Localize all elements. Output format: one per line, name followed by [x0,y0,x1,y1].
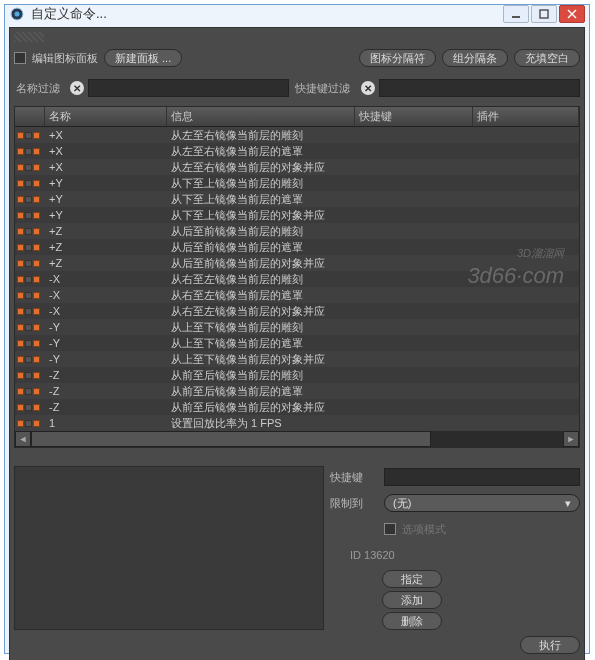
row-icon [33,276,40,283]
titlebar[interactable]: 自定义命令... [5,5,589,23]
row-icon [25,388,32,395]
shortcut-filter-input[interactable] [379,79,580,97]
col-shortcut[interactable]: 快捷键 [355,107,473,126]
row-icon [17,148,24,155]
table-row[interactable]: -Y从上至下镜像当前层的遮罩 [15,335,579,351]
fill-blank-button[interactable]: 充填空白 [514,49,580,67]
table-row[interactable]: 1设置回放比率为 1 FPS [15,415,579,431]
col-info[interactable]: 信息 [167,107,355,126]
table-row[interactable]: -X从右至左镜像当前层的雕刻 [15,271,579,287]
row-icon [33,196,40,203]
detail-shortcut-input[interactable] [384,468,580,486]
h-scrollbar[interactable]: ◄ ► [15,431,579,447]
minimize-button[interactable] [503,5,529,23]
row-icon [25,308,32,315]
row-icon [33,372,40,379]
assign-button[interactable]: 指定 [382,570,442,588]
scroll-thumb[interactable] [31,431,431,447]
row-name: +X [45,129,167,141]
row-icon [33,244,40,251]
icon-separator-button[interactable]: 图标分隔符 [359,49,436,67]
row-icon [25,148,32,155]
row-info: 从下至上镜像当前层的遮罩 [167,192,355,207]
toolbar: 编辑图标面板 新建面板 ... 图标分隔符 组分隔条 充填空白 [14,46,580,70]
table-row[interactable]: +Z从后至前镜像当前层的遮罩 [15,239,579,255]
name-filter-label: 名称过滤 [14,81,66,96]
group-separator-button[interactable]: 组分隔条 [442,49,508,67]
row-info: 设置回放比率为 1 FPS [167,416,355,431]
table-row[interactable]: +X从左至右镜像当前层的雕刻 [15,127,579,143]
new-palette-button[interactable]: 新建面板 ... [104,49,182,67]
table-row[interactable]: +X从左至右镜像当前层的遮罩 [15,143,579,159]
row-icon [17,164,24,171]
col-plugin[interactable]: 插件 [473,107,579,126]
shortcut-filter-clear-icon[interactable]: ✕ [361,81,375,95]
table-row[interactable]: +Z从后至前镜像当前层的雕刻 [15,223,579,239]
row-icon [17,324,24,331]
row-name: -Y [45,321,167,333]
row-name: -Y [45,353,167,365]
row-info: 从右至左镜像当前层的对象并应 [167,304,355,319]
table-row[interactable]: +X从左至右镜像当前层的对象并应 [15,159,579,175]
row-icon [25,292,32,299]
col-name[interactable]: 名称 [45,107,167,126]
row-icon [33,356,40,363]
row-icon [25,404,32,411]
row-info: 从前至后镜像当前层的对象并应 [167,400,355,415]
row-icon [25,164,32,171]
row-icon [33,228,40,235]
row-icon [17,180,24,187]
shortcut-filter-label: 快捷键过滤 [293,81,357,96]
app-icon [9,6,25,22]
row-icon [33,308,40,315]
table-row[interactable]: -Z从前至后镜像当前层的对象并应 [15,399,579,415]
add-button[interactable]: 添加 [382,591,442,609]
edit-palette-checkbox[interactable] [14,52,26,64]
name-filter-clear-icon[interactable]: ✕ [70,81,84,95]
dock-grip[interactable] [14,32,44,42]
table-row[interactable]: +Z从后至前镜像当前层的对象并应 [15,255,579,271]
row-icon [25,372,32,379]
option-mode-label: 选项模式 [402,522,446,537]
detail-restrict-combo[interactable]: (无) ▾ [384,494,580,512]
row-icon [33,260,40,267]
maximize-button[interactable] [531,5,557,23]
row-icon [33,420,40,427]
row-name: 1 [45,417,167,429]
row-name: -X [45,305,167,317]
row-icon [25,180,32,187]
table-row[interactable]: -Y从上至下镜像当前层的雕刻 [15,319,579,335]
row-info: 从后至前镜像当前层的遮罩 [167,240,355,255]
window-title: 自定义命令... [31,5,503,23]
row-icon [17,420,24,427]
row-icon [17,228,24,235]
row-name: +Y [45,209,167,221]
table-row[interactable]: -X从右至左镜像当前层的遮罩 [15,287,579,303]
row-info: 从后至前镜像当前层的雕刻 [167,224,355,239]
table-row[interactable]: +Y从下至上镜像当前层的对象并应 [15,207,579,223]
option-mode-checkbox[interactable] [384,523,396,535]
row-info: 从上至下镜像当前层的遮罩 [167,336,355,351]
table-row[interactable]: -Z从前至后镜像当前层的遮罩 [15,383,579,399]
table-row[interactable]: -Y从上至下镜像当前层的对象并应 [15,351,579,367]
table-row[interactable]: -X从右至左镜像当前层的对象并应 [15,303,579,319]
delete-button[interactable]: 删除 [382,612,442,630]
row-info: 从左至右镜像当前层的对象并应 [167,160,355,175]
row-icon [25,276,32,283]
row-name: -Z [45,369,167,381]
table-row[interactable]: +Y从下至上镜像当前层的遮罩 [15,191,579,207]
row-name: +Z [45,257,167,269]
row-icon [25,132,32,139]
execute-button[interactable]: 执行 [520,636,580,654]
close-button[interactable] [559,5,585,23]
table-row[interactable]: -Z从前至后镜像当前层的雕刻 [15,367,579,383]
row-name: +Y [45,177,167,189]
svg-point-3 [15,12,20,17]
name-filter-input[interactable] [88,79,289,97]
row-info: 从右至左镜像当前层的遮罩 [167,288,355,303]
row-icon [17,388,24,395]
row-icon [17,372,24,379]
scroll-right-icon[interactable]: ► [563,431,579,447]
table-row[interactable]: +Y从下至上镜像当前层的雕刻 [15,175,579,191]
scroll-left-icon[interactable]: ◄ [15,431,31,447]
